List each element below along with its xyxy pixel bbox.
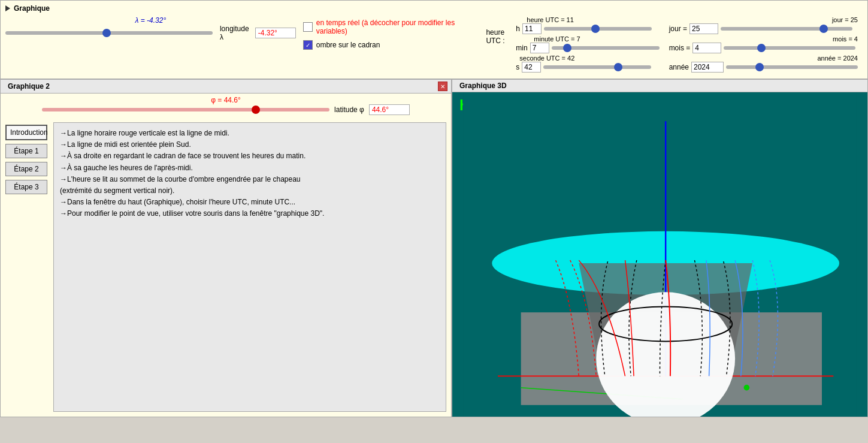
graphique2-panel: Graphique 2 ✕ φ = 44.6° latitude φ Intro… xyxy=(0,79,452,417)
annee-slider[interactable] xyxy=(726,65,858,69)
info-line-2: →À sa droite en regardant le cadran de f… xyxy=(60,150,440,162)
minute-slider[interactable] xyxy=(552,46,660,50)
graphique3d-canvas[interactable]: heure solaire locale : 11h 27m 5s xyxy=(452,92,867,417)
checkbox-section: en temps réel (à décocher pour modifier … xyxy=(296,16,482,52)
date-section: jour = 25 jour = mois = 4 mois = xyxy=(664,16,863,73)
info-line-6: →Dans la fenêtre du haut (Graphique), ch… xyxy=(60,197,440,208)
latitude-label-text: latitude φ xyxy=(334,106,364,114)
s-letter: s xyxy=(516,63,519,71)
checkmark-icon: ✓ xyxy=(306,42,310,49)
etape1-button[interactable]: Étape 1 xyxy=(5,144,47,158)
mois-display: mois = 4 xyxy=(738,35,858,43)
graphique3d-panel[interactable]: Graphique 3D heure solaire locale : 11h … xyxy=(452,79,868,417)
graphique2-title-left: Graphique 2 xyxy=(4,82,50,91)
shadow-checkbox[interactable]: ✓ xyxy=(303,40,313,50)
mois-label-text: mois = xyxy=(669,44,691,52)
jour-display: jour = 25 xyxy=(738,16,858,23)
minute-input[interactable] xyxy=(530,43,549,53)
annee-display: année = 2024 xyxy=(738,55,858,62)
longitude-section: λ = -4.32° longitude λ xyxy=(5,16,296,41)
latitude-slider[interactable] xyxy=(42,108,329,111)
step-buttons: Introduction Étape 1 Étape 2 Étape 3 xyxy=(5,122,47,412)
realtime-checkbox[interactable] xyxy=(303,22,313,32)
annee-input[interactable] xyxy=(691,62,724,73)
heure-utc-label: heure UTC : xyxy=(486,16,511,45)
graphique2-title-text: Graphique 2 xyxy=(8,82,50,91)
etape2-button[interactable]: Étape 2 xyxy=(5,162,47,176)
latitude-input[interactable] xyxy=(369,104,410,115)
latitude-section: φ = 44.6° latitude φ xyxy=(1,94,451,117)
minute-slider-label: minute UTC = 7 xyxy=(534,35,580,43)
graphique3d-title-bar: Graphique 3D xyxy=(452,80,867,92)
info-line-7: →Pour modifier le point de vue, utiliser… xyxy=(60,208,440,219)
seconde-input[interactable] xyxy=(522,62,541,73)
longitude-slider-row: longitude λ xyxy=(5,25,296,41)
longitude-label: longitude λ xyxy=(220,25,252,41)
jour-slider[interactable] xyxy=(721,27,852,31)
3d-scene-svg xyxy=(452,92,867,417)
top-panel: Graphique λ = -4.32° longitude λ en temp… xyxy=(0,0,868,79)
info-line-4: →L'heure se lit au sommet de la courbe d… xyxy=(60,174,440,185)
bottom-row: Graphique 2 ✕ φ = 44.6° latitude φ Intro… xyxy=(0,79,868,417)
annee-label-text: année xyxy=(669,63,689,71)
shadow-row: ✓ ombre sur le cadran xyxy=(303,40,474,50)
intro-button[interactable]: Introduction xyxy=(5,125,47,140)
utc-section: heure UTC : heure UTC = 11 h minute UTC … xyxy=(481,16,664,73)
longitude-input[interactable] xyxy=(255,28,296,38)
jour-input[interactable] xyxy=(689,23,718,34)
heure-input[interactable] xyxy=(522,23,542,34)
lambda-label: λ = -4.32° xyxy=(135,16,167,25)
graphique3d-title-text: Graphique 3D xyxy=(459,82,507,90)
graphique2-content: Introduction Étape 1 Étape 2 Étape 3 →La… xyxy=(1,117,451,417)
info-line-3: →À sa gauche les heures de l'après-midi. xyxy=(60,162,440,174)
mois-slider[interactable] xyxy=(724,46,855,50)
seconde-slider-label: seconde UTC = 42 xyxy=(519,55,574,62)
heure-slider-label: heure UTC = 11 xyxy=(527,16,574,23)
graphique2-title-bar: Graphique 2 ✕ xyxy=(1,80,451,94)
realtime-label: en temps réel (à décocher pour modifier … xyxy=(316,19,474,35)
heure-slider[interactable] xyxy=(544,27,652,31)
top-controls: λ = -4.32° longitude λ en temps réel (à … xyxy=(5,14,863,76)
info-line-1: →La ligne de midi est orientée plein Sud… xyxy=(60,139,440,150)
triangle-icon xyxy=(5,5,10,11)
shadow-label: ombre sur le cadran xyxy=(316,41,380,49)
graphique2-close-button[interactable]: ✕ xyxy=(438,82,447,91)
svg-point-9 xyxy=(744,385,750,391)
seconde-slider[interactable] xyxy=(543,65,651,69)
min-letter: min xyxy=(516,44,527,52)
etape3-button[interactable]: Étape 3 xyxy=(5,180,47,194)
mois-input[interactable] xyxy=(692,43,721,53)
graphique-title: Graphique xyxy=(14,4,50,13)
phi-label: φ = 44.6° xyxy=(211,96,241,104)
jour-label-text: jour = xyxy=(669,25,687,33)
heure-letter: h xyxy=(516,25,520,33)
longitude-slider[interactable] xyxy=(5,31,213,35)
info-text-area: →La ligne horaire rouge verticale est la… xyxy=(53,122,446,412)
realtime-row: en temps réel (à décocher pour modifier … xyxy=(303,19,474,35)
info-line-5: (extrémité du segment vertical noir). xyxy=(60,185,440,197)
info-line-0: →La ligne horaire rouge verticale est la… xyxy=(60,128,440,139)
graphique-title-bar[interactable]: Graphique xyxy=(5,3,863,14)
